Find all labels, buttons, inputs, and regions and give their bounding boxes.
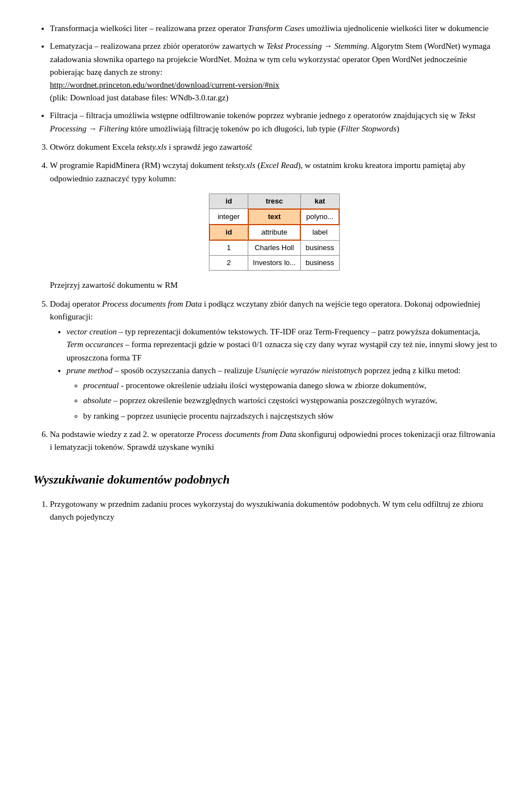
search-numbered-list: Przygotowany w przednim zadaniu proces w… [33,498,499,524]
transform-text: Transformacja wielkości liter – realizow… [50,24,489,33]
sub-ranking-text: by ranking – poprzez usunięcie procentu … [83,411,334,420]
sub-vector-text: vector creation – typ reprezentacji doku… [66,327,497,362]
col-id: id [209,194,248,209]
section-heading-similar: Wyszukiwanie dokumentów podobnych [33,470,499,489]
wordnet-link[interactable]: http://wordnet.princeton.edu/wordnet/dow… [50,80,279,89]
cell-1-tresc: Charles Holl [248,240,300,256]
cell-2-id: 2 [209,256,248,271]
lemmatization-text: Lematyzacja – realizowana przez zbiór op… [50,42,490,102]
item-5: Dodaj operator Process documents from Da… [50,298,499,423]
filtration-text: Filtracja – filtracja umożliwia wstępne … [50,111,475,133]
sub-ranking: by ranking – poprzez usunięcie procentu … [83,410,499,423]
sub-procentual: procentual - procentowe określenie udzia… [83,379,499,392]
sub-absolute: absolute – poprzez określenie bezwzględn… [83,394,499,407]
table-caption: Przejrzyj zawartość dokumentu w RM [50,281,178,289]
cell-2-tresc: Investors lo... [248,256,300,271]
role-attribute: attribute [248,225,300,240]
role-label: label [300,225,339,240]
item-5-sublist: vector creation – typ reprezentacji doku… [50,326,499,423]
main-content: Transformacja wielkości liter – realizow… [33,22,499,523]
cell-1-kat: business [300,240,339,256]
type-polyno: polyno... [300,209,339,225]
bullet-lemmatization: Lematyzacja – realizowana przez zbiór op… [50,39,499,104]
bullet-list: Transformacja wielkości liter – realizow… [33,22,499,135]
sub-prune-text: prune method – sposób oczyszczania danyc… [66,366,461,375]
table-header-row: id tresc kat [209,194,339,209]
item-3-text: Otwórz dokument Excela teksty.xls i spra… [50,143,253,151]
search-item-1-text: Przygotowany w przednim zadaniu proces w… [50,500,483,521]
cell-1-id: 1 [209,240,248,256]
item-4-text: W programie RapidMinera (RM) wczytaj dok… [50,161,466,182]
sub-absolute-text: absolute – poprzez określenie bezwzględn… [83,396,437,405]
sub-procentual-text: procentual - procentowe określenie udzia… [83,381,426,390]
table-row-2: 2 Investors lo... business [209,256,339,271]
sub-prune: prune method – sposób oczyszczania danyc… [66,364,499,423]
item-5-intro: Dodaj operator Process documents from Da… [50,299,480,321]
role-id: id [209,225,248,240]
item-6-text: Na podstawie wiedzy z zad 2. w operatorz… [50,430,495,451]
search-item-1: Przygotowany w przednim zadaniu proces w… [50,498,499,524]
sub-prune-sublist: procentual - procentowe określenie udzia… [66,379,499,423]
col-tresc: tresc [248,194,300,209]
col-kat: kat [300,194,339,209]
data-table: id tresc kat integer text polyno... id [209,194,340,271]
item-3: Otwórz dokument Excela teksty.xls i spra… [50,141,499,154]
table-role-row: id attribute label [209,225,339,240]
table-type-row: integer text polyno... [209,209,339,225]
cell-2-kat: business [300,256,339,271]
type-integer: integer [209,209,248,225]
type-text: text [248,209,300,225]
table-row-1: 1 Charles Holl business [209,240,339,256]
numbered-list: Otwórz dokument Excela teksty.xls i spra… [33,141,499,454]
sub-vector: vector creation – typ reprezentacji doku… [66,326,499,364]
table-container: id tresc kat integer text polyno... id [50,194,499,271]
item-6: Na podstawie wiedzy z zad 2. w operatorz… [50,428,499,454]
bullet-transform: Transformacja wielkości liter – realizow… [50,22,499,35]
item-4: W programie RapidMinera (RM) wczytaj dok… [50,159,499,292]
bullet-filtration: Filtracja – filtracja umożliwia wstępne … [50,109,499,136]
